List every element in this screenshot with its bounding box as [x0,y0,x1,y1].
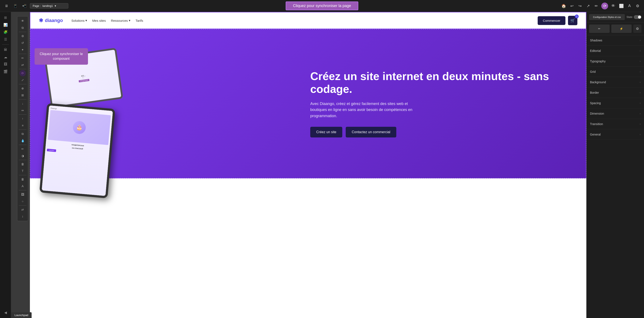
tool-copy[interactable]: ⧉ [19,24,26,31]
tablet-back-label: ПРОДУКЦИЯ [79,79,90,82]
tool-refresh[interactable]: ↺ [19,40,26,46]
tool-contrast[interactable]: ◑ [19,153,26,159]
tool-transfer[interactable]: ⇄ [19,62,26,68]
section-arrow-editorial: › [640,49,640,52]
tool-text[interactable]: T [19,168,26,174]
tool-delete[interactable]: 🗑 [19,161,26,167]
sidebar-bottom: ◀ [2,310,8,316]
sidebar-divider [2,44,9,45]
nav-tarifs[interactable]: Tarifs [136,19,143,22]
tool-pen[interactable]: ✏ [19,55,26,61]
panel-section-background[interactable]: Background › [586,77,644,87]
section-label-general: General [590,133,601,136]
section-label-shadows: Shadows [590,39,602,42]
share-icon[interactable]: ↗ [585,3,591,9]
tool-droplet[interactable]: 💧 [19,137,26,144]
launchpad-label: Launchpad [11,312,32,318]
sidebar-item-plugins[interactable]: 🧩 [2,29,8,35]
sync-component-tooltip[interactable]: Cliquez pour synchroniser le composant [34,48,88,65]
tool-duplicate[interactable]: ⧉ [19,131,26,137]
home-icon[interactable]: 🏠 [561,3,567,9]
toolbar-divider-9 [19,160,26,160]
tool-add-circle[interactable]: ⊕ [19,85,26,92]
tool-star[interactable]: ✦ [19,46,26,53]
sync-icon[interactable]: ⟳ [601,2,608,9]
logo-text: diaango [45,18,63,23]
tool-gear[interactable]: ⚙ [19,33,26,39]
edit-icon[interactable]: ✏ [593,3,599,9]
tool-delete2[interactable]: 🗑 [19,176,26,182]
sync-tooltip-line2: composant [53,57,70,60]
canvas-area: 👁 ⧉ ⚙ ↺ ✦ ✏ ⇄ ⟳ ⤢ ⊕ ⊞ ↓ ⇔ ↑ ≡ ⧉ 💧 ✏ [11,12,586,318]
panel-section-editorial[interactable]: Editorial › [586,46,644,56]
panel-section-dimension[interactable]: Dimension › [586,108,644,119]
tool-arrows-h[interactable]: ⇔ [19,107,26,114]
nav-mes-sites-label: Mes sites [92,19,106,22]
cart-button[interactable]: 🛒 0 [568,16,578,25]
sidebar-item-images[interactable]: 🖼 [2,61,8,67]
nav-solutions[interactable]: Solutions ▾ [71,18,87,22]
site-nav-cta: Commencer 🛒 0 [538,16,578,25]
typography-icon[interactable]: A [626,3,632,9]
undo-icon[interactable]: ↩ [569,3,575,9]
panel-section-border[interactable]: Border › [586,87,644,98]
top-right-actions: 🏠 ↩ ↪ ↗ ✏ ⟳ 👁 ⬜ A ⚙ [561,2,640,9]
state-switch[interactable] [634,15,642,19]
redo-icon[interactable]: ↪ [577,3,583,9]
sidebar-item-collapse[interactable]: ◀ [2,310,8,316]
tool-arrows-link[interactable]: ⇄ [19,206,26,213]
hero-buttons: Créez un site Contactez un commercial [310,127,573,137]
tab-config-styles[interactable]: Configuration Styles et css [589,14,625,20]
tool-circle[interactable]: ○ [19,198,26,204]
tool-expand[interactable]: ⤢ [19,77,26,83]
window-icon[interactable]: ⬜ [618,3,624,9]
preview-icon[interactable]: 👁 [610,3,616,9]
tool-pencil2[interactable]: ✏ [19,146,26,152]
sidebar-item-cloud[interactable]: ☁ [2,54,8,60]
hero-btn-primary[interactable]: Créez un site [310,127,342,137]
sidebar-item-templates[interactable]: ☰ [2,36,8,42]
tool-add-square[interactable]: ⊞ [19,92,26,98]
tool-text2[interactable]: A [19,183,26,189]
settings-icon[interactable]: ⚙ [634,3,640,9]
section-arrow-dimension: › [640,112,640,115]
sidebar-item-grid[interactable]: ⊞ [2,14,8,20]
panel-section-transition[interactable]: Transition › [586,119,644,129]
site-hero: КО... С... ПРОДУКЦИЯ Diaango 🎂 [30,29,586,178]
panel-section-general[interactable]: General › [586,129,644,140]
panel-tabs: Configuration Styles et css State [586,12,644,22]
panel-section-spacing[interactable]: Spacing › [586,98,644,108]
tool-eye[interactable]: 👁 [19,18,26,24]
cta-button[interactable]: Commencer [538,16,566,25]
desktop-icon[interactable]: 🖥 [4,3,10,9]
section-label-spacing: Spacing [590,101,601,105]
toolbar-divider-11 [19,190,26,190]
panel-settings-btn[interactable]: ⚙ [633,24,642,33]
panel-edit-btn[interactable]: ✏ [589,24,610,33]
tablet-icon[interactable]: 📱 [12,3,18,9]
tool-arrow-down[interactable]: ↓ [19,100,26,107]
page-selector[interactable]: Page : landing1 ▾ [30,3,68,8]
tool-align[interactable]: ≡ [19,122,26,129]
panel-wand-btn[interactable]: ⚡ [611,24,632,33]
section-arrow-border: › [640,91,640,94]
tablet-front-screen: Diaango 🎂 КОНДИТЕРСКАЯ НА СПАССКОЙ Смотр… [42,105,113,196]
nav-mes-sites[interactable]: Mes sites [92,19,106,22]
panel-section-typography[interactable]: Typography › [586,56,644,67]
section-label-transition: Transition [590,122,603,126]
sidebar-item-analytics[interactable]: 📊 [2,22,8,28]
panel-section-shadows[interactable]: Shadows › [586,35,644,46]
sidebar-item-storage[interactable]: 🏛 [2,47,8,53]
hero-btn-secondary[interactable]: Contactez un commercial [346,127,396,137]
tool-arrow-up2[interactable]: ↑ [19,115,26,122]
panel-section-grid[interactable]: Grid › [586,67,644,77]
tool-sync-circle[interactable]: ⟳ [20,70,26,76]
site-logo: ✱ diaango [39,17,63,23]
sync-page-banner[interactable]: Cliquez pour synchroniser la page [286,1,358,10]
nav-ressources[interactable]: Ressources ▾ [111,18,130,22]
cart-badge: 0 [575,14,579,18]
mobile-icon[interactable]: 📲 [21,3,27,9]
tool-arrow-diagonal[interactable]: ↕ [19,213,26,220]
sidebar-item-video[interactable]: 🎬 [2,68,8,74]
tool-image[interactable]: 🖼 [19,191,26,198]
